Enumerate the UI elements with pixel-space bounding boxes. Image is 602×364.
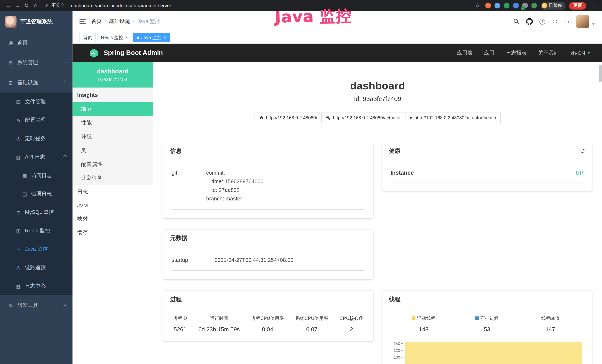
paused-badge[interactable]: 已暂停 (540, 2, 566, 9)
sidebar-item-label: 访问日志 (31, 172, 52, 179)
forward-icon[interactable]: → (13, 0, 22, 11)
sba-nav-journal[interactable]: 日志报表 (506, 50, 527, 56)
font-size-icon[interactable]: TT (564, 18, 570, 24)
sidebar-item-redis-monitor[interactable]: ◫ Redis 监控 (0, 222, 73, 240)
fullscreen-icon[interactable] (552, 18, 558, 24)
actuator-url-link[interactable]: http://192.168.0.2:48080/actuator (322, 113, 406, 123)
sidebar-item-scheduled-tasks[interactable]: ◷ 定时任务 (0, 129, 73, 148)
refresh-icon[interactable]: ↻ (22, 0, 31, 11)
close-icon[interactable]: × (163, 35, 166, 40)
java-monitor-icon: ⊡ (15, 246, 22, 252)
sidebar-item-trace[interactable]: ◎ 链路追踪 (0, 258, 73, 277)
instance-title: dashboard (153, 80, 602, 92)
service-url-link[interactable]: http://192.168.0.2:48080/ (254, 113, 322, 123)
instance-subtitle: Id: 93a3fc7f7409 (153, 95, 602, 103)
trace-icon: ◎ (15, 265, 22, 270)
sba-item-environment[interactable]: 环境 (73, 130, 153, 144)
sba-item-classes[interactable]: 类 (73, 143, 153, 157)
extension-icon[interactable] (504, 3, 509, 8)
github-icon[interactable] (526, 18, 533, 25)
metadata-card: 元数据 startup 2021-04-27T00:44:31.254+08:0… (163, 229, 373, 279)
dev-tools-icon: ⊠ (8, 302, 14, 308)
content-scrollbar[interactable] (599, 64, 602, 82)
help-icon[interactable]: ? (539, 19, 545, 24)
menu-kebab-icon[interactable]: ⋮ (590, 0, 598, 11)
sidebar-item-error-logs[interactable]: ▨ 错误日志 (0, 185, 73, 203)
tag-java-monitor[interactable]: Java 监控 × (133, 33, 170, 42)
error-log-icon: ▨ (22, 191, 28, 197)
row-value: commit: time: 1596289704000 id: 27aa832 … (206, 169, 263, 203)
sidebar-item-label: 系统管理 (17, 59, 38, 66)
sidebar-item-label: 链路追踪 (25, 264, 46, 271)
back-icon[interactable]: ← (4, 0, 12, 11)
tags-bar: 首页 Redis 监控 × Java 监控 × (73, 32, 602, 44)
sidebar-item-api-logs[interactable]: ▥ API 日志 (0, 148, 73, 166)
home-icon[interactable]: ⌂ (32, 0, 40, 11)
sba-instance-header[interactable]: dashboard 93a3fc7f7409 (73, 62, 153, 87)
close-icon[interactable]: × (125, 35, 128, 40)
sba-nav-wall[interactable]: 应用墙 (457, 50, 473, 56)
user-avatar[interactable] (576, 15, 589, 28)
chevron-down-icon (64, 303, 67, 307)
timer-icon: ◷ (15, 136, 22, 141)
sidebar-item-config-management[interactable]: ✎ 配置管理 (0, 111, 73, 129)
sidebar-item-log-center[interactable]: ▦ 日志中心 (0, 277, 73, 295)
locale-selector[interactable]: zh-CN (570, 50, 591, 56)
sba-item-caches[interactable]: 缓存 (73, 226, 153, 240)
history-icon[interactable]: ↺ (580, 147, 585, 155)
sidebar-item-dev-tools[interactable]: ⊠ 研发工具 (0, 295, 73, 315)
extension-icon[interactable] (485, 3, 491, 8)
app-logo[interactable]: 芋道管理系统 (0, 11, 73, 33)
tag-redis-monitor[interactable]: Redis 监控 × (97, 33, 131, 42)
sidebar-item-java-monitor[interactable]: ⊡ Java 监控 (0, 240, 73, 258)
link-label: http://192.168.0.2:48080/actuator/health (414, 115, 496, 120)
active-threads-swatch (412, 316, 416, 320)
extension-icon[interactable] (531, 3, 537, 8)
sidebar-item-system-management[interactable]: ⚙ 系统管理 (0, 53, 73, 73)
sba-logo-icon (89, 48, 99, 58)
extension-icon[interactable] (494, 3, 500, 8)
sba-item-mappings[interactable]: 映射 (73, 212, 153, 226)
extension-icon[interactable]: on (522, 3, 528, 8)
sba-brand-title: Spring Boot Admin (104, 49, 163, 57)
legend-col: 守护进程 53 (455, 315, 519, 332)
heart-icon: ♥ (409, 116, 412, 120)
sidebar-item-file-management[interactable]: ▤ 文件管理 (0, 93, 73, 111)
sba-sidebar: dashboard 93a3fc7f7409 Insights 细节 性能 环境… (73, 62, 153, 364)
sba-item-config-props[interactable]: 配置属性 (73, 157, 153, 171)
search-icon[interactable] (513, 18, 519, 24)
sba-item-logs[interactable]: 日志 (73, 185, 153, 199)
sidebar-item-label: 配置管理 (25, 117, 46, 124)
sba-item-jvm[interactable]: JVM (73, 199, 153, 212)
update-button[interactable]: 更新 (569, 2, 586, 9)
breadcrumb-section[interactable]: 基础设施 (109, 18, 130, 25)
sidebar-item-label: Redis 监控 (25, 227, 50, 234)
sidebar-item-mysql-monitor[interactable]: ⊟ MySQL 监控 (0, 203, 73, 221)
sidebar-item-label: MySQL 监控 (25, 209, 54, 216)
sba-item-performance[interactable]: 性能 (73, 116, 153, 130)
hamburger-icon[interactable] (80, 19, 86, 24)
sba-nav-about[interactable]: 关于我们 (538, 50, 559, 56)
sba-item-scheduled[interactable]: 计划任务 (73, 171, 153, 185)
sba-nav: 应用墙 应用 日志报表 关于我们 zh-CN (457, 50, 591, 56)
sba-item-details[interactable]: 细节 (73, 102, 153, 116)
sidebar-item-label: Java 监控 (25, 246, 48, 253)
breadcrumb-current: Java 监控 (137, 18, 160, 25)
sba-insights-group: Insights 细节 性能 环境 类 配置属性 计划任务 (73, 87, 153, 185)
file-icon: ▤ (15, 99, 22, 105)
chevron-up-icon (64, 155, 67, 158)
sba-nav-applications[interactable]: 应用 (484, 50, 494, 56)
sidebar-item-infrastructure[interactable]: ⊞ 基础设施 (0, 73, 73, 93)
tag-home[interactable]: 首页 (80, 33, 96, 42)
health-url-link[interactable]: ♥ http://192.168.0.2:48080/actuator/heal… (405, 113, 501, 123)
chevron-down-icon (64, 60, 67, 64)
access-log-icon: ▧ (22, 173, 28, 178)
extension-icon[interactable] (513, 3, 519, 8)
breadcrumb-home[interactable]: 首页 (91, 18, 102, 25)
paused-label: 已暂停 (549, 3, 562, 8)
bookmark-star-icon[interactable]: ☆ (473, 0, 482, 11)
address-bar[interactable]: ⚠ 不安全 dashboard.yudao.iocoder.cn/infra/a… (44, 2, 171, 9)
sidebar-item-home[interactable]: ◉ 首页 (0, 33, 73, 53)
sidebar-item-access-logs[interactable]: ▧ 访问日志 (0, 166, 73, 185)
breadcrumb: 首页 / 基础设施 / Java 监控 (91, 18, 160, 25)
